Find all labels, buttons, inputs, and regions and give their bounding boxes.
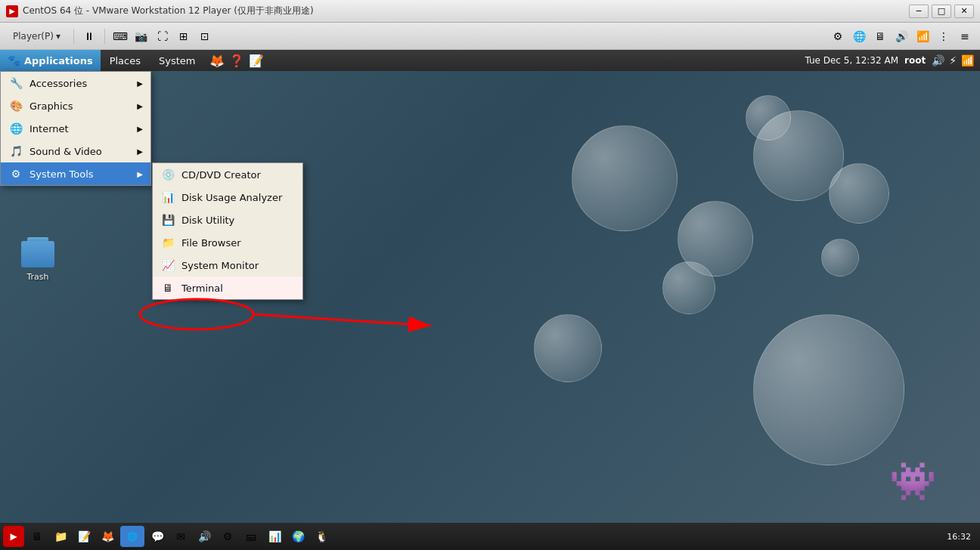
- terminal-item[interactable]: 🖥 Terminal: [153, 277, 302, 299]
- mascot: 👾: [889, 459, 935, 505]
- taskbar-icon-6[interactable]: 🌐: [120, 526, 144, 547]
- apps-menu-icon: 🐾: [8, 54, 20, 66]
- fullscreen-button[interactable]: ⛶: [154, 27, 172, 45]
- taskbar-icon-1[interactable]: ▶: [3, 526, 24, 547]
- bluetooth-panel-icon[interactable]: ⚡: [949, 54, 957, 66]
- disk-utility-item[interactable]: 💾 Disk Utility: [153, 209, 302, 231]
- trash-body: [21, 241, 54, 267]
- system-menu-button[interactable]: System: [150, 50, 204, 71]
- trash-desktop-icon[interactable]: Trash: [8, 231, 68, 285]
- svg-point-0: [140, 299, 253, 329]
- taskbar-icon-13[interactable]: 🌍: [287, 526, 309, 547]
- accessories-icon: 🔧: [8, 76, 23, 91]
- help-icon[interactable]: ❓: [229, 54, 244, 68]
- vmware-titlebar: ▶ CentOS 64 位 - VMware Workstation 12 Pl…: [0, 0, 980, 23]
- bottom-taskbar: ▶ 🖥 📁 📝 🦊 🌐 💬 ✉ 🔊 ⚙ 🖴 📊 🌍 🐧 16:32: [0, 523, 980, 550]
- sound-video-menu-item[interactable]: 🎵 Sound & Video ▶: [1, 140, 150, 162]
- terminal-icon: 🖥: [160, 280, 175, 295]
- taskbar-icon-11[interactable]: 🖴: [240, 526, 262, 547]
- player-label: Player(P): [13, 31, 54, 42]
- volume-icon[interactable]: 🔊: [932, 54, 944, 66]
- sound-icon[interactable]: 🔊: [892, 27, 910, 45]
- vmware-tools-icon[interactable]: ⚙: [829, 27, 847, 45]
- accessories-arrow: ▶: [137, 79, 143, 88]
- vmware-title: CentOS 64 位 - VMware Workstation 12 Play…: [23, 5, 909, 17]
- firefox-icon[interactable]: 🦊: [209, 54, 225, 68]
- svg-line-1: [253, 314, 431, 326]
- pause-button[interactable]: ⏸: [80, 27, 98, 45]
- system-label: System: [159, 55, 195, 66]
- disk-usage-label: Disk Usage Analyzer: [181, 192, 295, 203]
- internet-icon: 🌐: [8, 121, 23, 136]
- taskbar-icon-10[interactable]: ⚙: [217, 526, 238, 547]
- places-menu-button[interactable]: Places: [101, 50, 150, 71]
- taskbar-icon-9[interactable]: 🔊: [194, 526, 215, 547]
- guest-os: 🐾 Applications Places System 🦊 ❓ 📝 Tue D…: [0, 50, 980, 550]
- file-browser-icon: 📁: [160, 235, 175, 250]
- terminal-label: Terminal: [181, 283, 295, 294]
- file-browser-item[interactable]: 📁 File Browser: [153, 231, 302, 254]
- bubble-7: [662, 261, 715, 314]
- disk-utility-label: Disk Utility: [181, 215, 295, 226]
- internet-label: Internet: [29, 123, 131, 134]
- taskbar-icon-3[interactable]: 📁: [50, 526, 71, 547]
- taskbar-icon-8[interactable]: ✉: [170, 526, 191, 547]
- apps-menu-label: Applications: [24, 55, 93, 66]
- system-tools-arrow: ▶: [137, 170, 143, 178]
- network-icon[interactable]: 🌐: [850, 27, 868, 45]
- cd-dvd-creator-icon: 💿: [160, 167, 175, 182]
- taskbar-icon-2[interactable]: 🖥: [26, 526, 48, 547]
- bubble-5: [821, 239, 859, 277]
- taskbar-icon-14[interactable]: 🐧: [311, 526, 332, 547]
- file-browser-label: File Browser: [181, 237, 295, 249]
- bubble-3: [746, 95, 791, 141]
- vmware-toolbar: Player(P) ▾ ⏸ ⌨ 📷 ⛶ ⊞ ⊡ ⚙ 🌐 🖥 🔊 📶 ⋮ ≡: [0, 23, 980, 50]
- minimize-button[interactable]: ─: [909, 5, 929, 18]
- graphics-icon: 🎨: [8, 98, 23, 113]
- system-monitor-item[interactable]: 📈 System Monitor: [153, 254, 302, 277]
- unity-button[interactable]: ⊞: [175, 27, 193, 45]
- bluetooth-icon[interactable]: 📶: [913, 27, 932, 45]
- usb-button[interactable]: ⊡: [196, 27, 214, 45]
- applications-dropdown: 🔧 Accessories ▶ 🎨 Graphics ▶ 🌐 Internet …: [0, 71, 151, 186]
- system-monitor-label: System Monitor: [181, 260, 295, 271]
- trash-icon-image: [20, 234, 56, 270]
- send-ctrl-alt-del-button[interactable]: ⌨: [111, 27, 129, 45]
- taskbar-icon-4[interactable]: 📝: [73, 526, 95, 547]
- trash-label: Trash: [26, 272, 48, 282]
- maximize-button[interactable]: □: [932, 5, 951, 18]
- internet-menu-item[interactable]: 🌐 Internet ▶: [1, 117, 150, 140]
- network-panel-icon[interactable]: 📶: [961, 54, 974, 66]
- taskbar-icon-12[interactable]: 📊: [264, 526, 285, 547]
- close-button[interactable]: ✕: [954, 5, 974, 18]
- disk-utility-icon: 💾: [160, 212, 175, 227]
- taskbar-icon-7[interactable]: 💬: [147, 526, 168, 547]
- text-editor-icon[interactable]: 📝: [249, 54, 264, 68]
- settings-icon[interactable]: ≡: [956, 27, 974, 45]
- panel-clock: Tue Dec 5, 12:32 AM: [805, 55, 898, 66]
- system-tools-submenu: 💿 CD/DVD Creator 📊 Disk Usage Analyzer 💾…: [152, 162, 303, 300]
- accessories-menu-item[interactable]: 🔧 Accessories ▶: [1, 72, 150, 94]
- applications-menu-button[interactable]: 🐾 Applications: [0, 50, 101, 71]
- disk-usage-analyzer-item[interactable]: 📊 Disk Usage Analyzer: [153, 186, 302, 209]
- cd-dvd-creator-item[interactable]: 💿 CD/DVD Creator: [153, 163, 302, 186]
- player-menu-button[interactable]: Player(P) ▾: [6, 28, 67, 45]
- toolbar-separator-1: [73, 29, 74, 44]
- system-tools-menu-item[interactable]: ⚙ System Tools ▶ 💿 CD/DVD Creator 📊 Disk…: [1, 162, 150, 185]
- bubble-8: [753, 314, 904, 465]
- taskbar-icon-5[interactable]: 🦊: [97, 526, 118, 547]
- snapshot-button[interactable]: 📷: [132, 27, 150, 45]
- panel-right-icons: 🔊 ⚡ 📶: [932, 54, 974, 66]
- graphics-menu-item[interactable]: 🎨 Graphics ▶: [1, 94, 150, 117]
- panel-quicklaunch: 🦊 ❓ 📝: [205, 54, 268, 68]
- panel-user: root: [904, 55, 926, 66]
- places-label: Places: [110, 55, 141, 66]
- more-icon[interactable]: ⋮: [935, 27, 953, 45]
- sound-video-label: Sound & Video: [29, 146, 131, 157]
- vmware-icon: ▶: [6, 5, 18, 17]
- sound-video-arrow: ▶: [137, 147, 143, 156]
- accessories-label: Accessories: [29, 78, 131, 89]
- display-icon[interactable]: 🖥: [871, 27, 889, 45]
- system-monitor-icon: 📈: [160, 258, 175, 273]
- bubble-2: [829, 163, 889, 224]
